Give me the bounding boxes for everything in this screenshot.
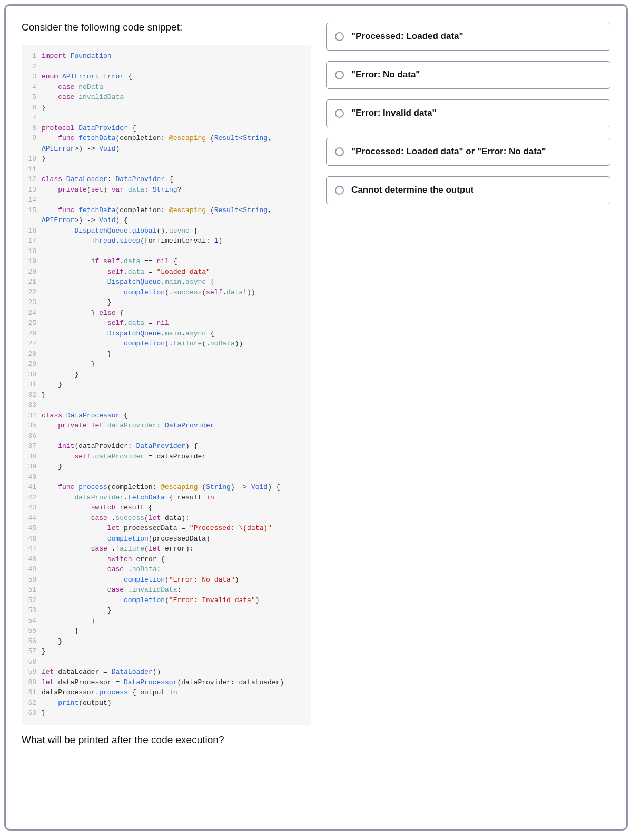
code-line: 11 — [22, 164, 304, 175]
line-number: 27 — [22, 338, 36, 349]
code-line: 5 case invalidData — [22, 92, 304, 103]
code-content: } — [42, 369, 78, 380]
line-number: 53 — [22, 605, 36, 616]
line-number: 49 — [22, 564, 36, 575]
answer-option-4[interactable]: "Processed: Loaded data" or "Error: No d… — [326, 138, 610, 166]
line-number: 5 — [22, 92, 36, 103]
code-line: 7 — [22, 113, 304, 123]
code-content: Thread.sleep(forTimeInterval: 1) — [42, 236, 222, 246]
code-content: func fetchData(completion: @escaping (Re… — [42, 133, 304, 154]
code-line: 61dataProcessor.process { output in — [22, 687, 304, 698]
code-line: 37 init(dataProvider: DataProvider) { — [22, 441, 304, 452]
line-number: 23 — [22, 297, 36, 308]
code-content: let dataLoader = DataLoader() — [42, 667, 161, 677]
line-number: 40 — [22, 472, 36, 483]
code-content: } — [42, 636, 62, 647]
code-line: 20 self.data = "Loaded data" — [22, 267, 304, 277]
code-content: case .noData: — [42, 564, 161, 575]
line-number: 57 — [22, 646, 36, 657]
code-content: } — [42, 390, 46, 401]
answer-text: "Processed: Loaded data" or "Error: No d… — [351, 146, 546, 158]
code-content: case noData — [42, 82, 103, 93]
code-line: 14 — [22, 195, 304, 205]
code-line: 3enum APIError: Error { — [22, 72, 304, 82]
code-line: 53 } — [22, 605, 304, 616]
code-content: dataProvider.fetchData { result in — [42, 493, 214, 503]
line-number: 50 — [22, 575, 36, 585]
code-content: completion("Error: No data") — [42, 575, 239, 585]
code-line: 18 — [22, 246, 304, 257]
code-line: 58 — [22, 657, 304, 667]
code-line: 34class DataProcessor { — [22, 411, 304, 421]
code-line: 47 case .failure(let error): — [22, 544, 304, 554]
code-content: } — [42, 462, 62, 472]
line-number: 58 — [22, 657, 36, 667]
code-line: 22 completion(.success(self.data!)) — [22, 287, 304, 298]
code-line: 55 } — [22, 626, 304, 636]
code-line: 39 } — [22, 462, 304, 472]
line-number: 60 — [22, 677, 36, 688]
answer-option-5[interactable]: Cannot determine the output — [326, 176, 610, 204]
code-content: } — [42, 349, 112, 359]
code-content: } — [42, 626, 78, 636]
code-line: 13 private(set) var data: String? — [22, 185, 304, 195]
code-line: 48 switch error { — [22, 554, 304, 565]
question-followup: What will be printed after the code exec… — [22, 734, 311, 746]
code-line: 57} — [22, 646, 304, 657]
code-content: func fetchData(completion: @escaping (Re… — [42, 205, 304, 226]
code-line: 17 Thread.sleep(forTimeInterval: 1) — [22, 236, 304, 246]
line-number: 8 — [22, 123, 36, 134]
code-line: 12class DataLoader: DataProvider { — [22, 174, 304, 185]
answer-option-3[interactable]: "Error: Invalid data" — [326, 99, 610, 127]
code-line: 31 } — [22, 379, 304, 390]
line-number: 62 — [22, 698, 36, 708]
line-number: 3 — [22, 72, 36, 82]
line-number: 16 — [22, 226, 36, 236]
line-number: 30 — [22, 369, 36, 380]
code-line: 46 completion(processedData) — [22, 534, 304, 544]
line-number: 61 — [22, 687, 36, 698]
code-line: 52 completion("Error: Invalid data") — [22, 595, 304, 606]
code-line: 29 } — [22, 359, 304, 369]
answer-text: Cannot determine the output — [351, 184, 473, 196]
line-number: 7 — [22, 113, 36, 123]
code-content: DispatchQueue.global().async { — [42, 226, 198, 236]
quiz-frame: Consider the following code snippet: 1im… — [4, 4, 628, 831]
code-content: completion("Error: Invalid data") — [42, 595, 260, 606]
code-content: } — [42, 616, 95, 626]
code-content: private let dataProvider: DataProvider — [42, 421, 214, 431]
line-number: 31 — [22, 379, 36, 390]
answer-option-1[interactable]: "Processed: Loaded data" — [326, 23, 610, 51]
line-number: 9 — [22, 133, 36, 154]
code-content: case .success(let data): — [42, 513, 190, 524]
code-content: DispatchQueue.main.async { — [42, 277, 214, 287]
code-line: 59let dataLoader = DataLoader() — [22, 667, 304, 677]
code-line: 4 case noData — [22, 82, 304, 93]
answer-option-2[interactable]: "Error: No data" — [326, 61, 610, 89]
code-line: 32} — [22, 390, 304, 401]
line-number: 2 — [22, 62, 36, 72]
code-line: 26 DispatchQueue.main.async { — [22, 328, 304, 339]
code-content: dataProcessor.process { output in — [42, 687, 177, 698]
code-line: 63} — [22, 708, 304, 718]
code-line: 9 func fetchData(completion: @escaping (… — [22, 133, 304, 154]
code-line: 8protocol DataProvider { — [22, 123, 304, 134]
line-number: 11 — [22, 164, 36, 175]
line-number: 26 — [22, 328, 36, 339]
code-line: 38 self.dataProvider = dataProvider — [22, 452, 304, 462]
radio-icon — [335, 32, 344, 41]
code-content: } — [42, 605, 112, 616]
line-number: 1 — [22, 51, 36, 62]
line-number: 18 — [22, 246, 36, 257]
line-number: 19 — [22, 256, 36, 267]
code-line: 40 — [22, 472, 304, 483]
line-number: 43 — [22, 503, 36, 513]
line-number: 24 — [22, 308, 36, 318]
radio-icon — [335, 147, 344, 156]
code-line: 49 case .noData: — [22, 564, 304, 575]
code-content: } — [42, 708, 46, 718]
code-line: 24 } else { — [22, 308, 304, 318]
line-number: 48 — [22, 554, 36, 565]
answer-text: "Error: No data" — [351, 69, 420, 81]
code-line: 56 } — [22, 636, 304, 647]
